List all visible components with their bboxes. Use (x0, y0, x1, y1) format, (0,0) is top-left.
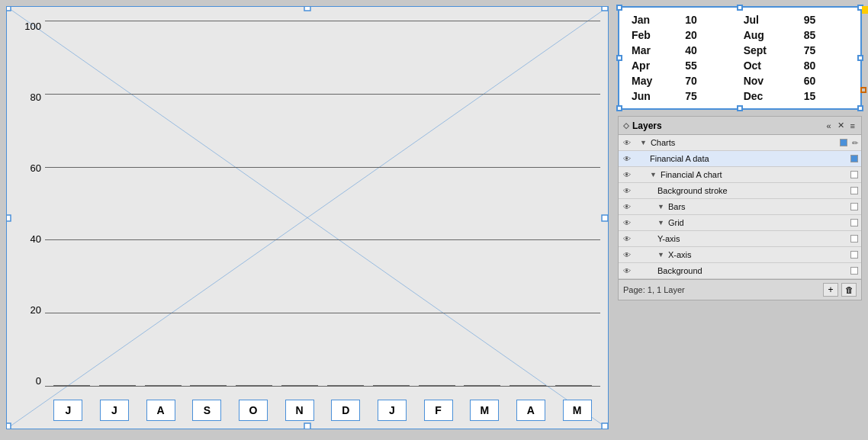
resize-handle-lm[interactable] (616, 55, 622, 61)
collapse-triangle-icon[interactable]: ▼ (650, 171, 657, 178)
svg-rect-7 (304, 423, 310, 429)
layer-visibility-checkbox[interactable] (850, 187, 858, 194)
eye-icon[interactable]: 👁 (622, 201, 632, 212)
eye-icon[interactable]: 👁 (622, 233, 632, 244)
table-cell-value: 10 (680, 12, 734, 27)
layers-diamond-icon: ◇ (623, 121, 629, 130)
layer-item-label: Bars (668, 202, 848, 211)
table-cell-value: 20 (680, 27, 734, 43)
table-cell-month: Apr (627, 58, 680, 73)
resize-handle-br[interactable] (857, 105, 863, 111)
layer-visibility-checkbox[interactable] (850, 235, 858, 242)
layers-title: ◇ Layers (623, 120, 662, 131)
layer-row-financial-a-chart[interactable]: 👁▼Financial A chart (619, 167, 861, 183)
delete-layer-button[interactable]: 🗑 (841, 283, 857, 297)
layer-row-background[interactable]: 👁Background (619, 263, 861, 279)
bar-group (95, 385, 140, 387)
x-axis-label-box: A (146, 400, 175, 421)
bar (327, 385, 364, 387)
table-cell-value: 60 (799, 73, 853, 88)
layer-row-bars[interactable]: 👁▼Bars (619, 199, 861, 215)
financial-data-table: Jan 10 Jul 95 Feb 20 Aug 85 Mar 40 Sept … (627, 12, 853, 104)
layer-item-label: X-axis (668, 250, 848, 259)
table-cell-value: 70 (680, 73, 734, 88)
x-axis-label-box: J (378, 400, 407, 421)
eye-icon[interactable]: 👁 (622, 169, 632, 180)
collapse-triangle-icon[interactable]: ▼ (657, 203, 664, 210)
chart-canvas[interactable]: 100 80 60 40 20 0 JJASONDJFMAM (6, 6, 609, 429)
eye-icon[interactable]: 👁 (622, 265, 632, 276)
layer-row-x-axis[interactable]: 👁▼X-axis (619, 247, 861, 263)
layer-visibility-checkbox[interactable] (850, 251, 858, 259)
svg-rect-6 (304, 7, 310, 11)
layer-row-charts[interactable]: 👁▼Charts✏ (619, 135, 861, 151)
resize-handle-rm[interactable] (857, 55, 863, 61)
collapse-triangle-icon[interactable]: ▼ (640, 139, 647, 146)
layer-visibility-checkbox[interactable] (850, 267, 858, 275)
x-axis-label-box: J (100, 400, 129, 421)
table-cell-month: Mar (627, 43, 680, 58)
resize-handle-tm[interactable] (737, 5, 743, 11)
bar-group (185, 385, 231, 387)
bar-group (459, 385, 505, 387)
footer-buttons: + 🗑 (823, 283, 857, 297)
x-axis-label-box: D (331, 400, 360, 421)
layer-row-y-axis[interactable]: 👁Y-axis (619, 231, 861, 247)
y-label-40: 40 (31, 233, 41, 245)
eye-icon[interactable]: 👁 (622, 153, 632, 164)
x-axis-label-box: J (53, 400, 82, 421)
table-row: Feb 20 Aug 85 (627, 27, 853, 43)
table-cell-month: May (627, 73, 680, 88)
layer-visibility-checkbox[interactable] (850, 203, 858, 210)
table-cell-value: 75 (799, 43, 853, 58)
resize-handle-tl[interactable] (616, 5, 622, 11)
layers-footer: Page: 1, 1 Layer + 🗑 (619, 279, 861, 300)
layers-collapse-button[interactable]: « (825, 120, 832, 131)
bar (53, 385, 90, 387)
layer-visibility-checkbox[interactable] (850, 171, 858, 178)
svg-rect-4 (7, 423, 11, 429)
x-axis-label-box: S (192, 400, 221, 421)
layer-item-label: Background (657, 266, 848, 275)
eye-icon[interactable]: 👁 (622, 185, 632, 196)
layers-footer-text: Page: 1, 1 Layer (623, 285, 685, 294)
bar (373, 385, 410, 387)
eye-icon[interactable]: 👁 (622, 137, 632, 148)
bar (145, 385, 182, 387)
layer-row-grid[interactable]: 👁▼Grid (619, 215, 861, 231)
layers-menu-button[interactable]: ≡ (849, 120, 857, 131)
table-cell-value: 40 (680, 43, 734, 58)
right-panel: Jan 10 Jul 95 Feb 20 Aug 85 Mar 40 Sept … (618, 6, 862, 300)
eye-icon[interactable]: 👁 (622, 249, 632, 260)
bar (236, 385, 272, 387)
layer-row-financial-a-data[interactable]: 👁Financial A data (619, 151, 861, 167)
edit-icon[interactable]: ✏ (852, 139, 858, 147)
svg-rect-3 (602, 7, 608, 11)
table-cell-value: 15 (799, 88, 853, 104)
collapse-triangle-icon[interactable]: ▼ (657, 251, 664, 259)
resize-handle-bm[interactable] (737, 105, 743, 111)
layer-row-background-stroke[interactable]: 👁Background stroke (619, 183, 861, 199)
collapse-triangle-icon[interactable]: ▼ (657, 219, 664, 226)
layer-visibility-checkbox[interactable] (850, 219, 858, 226)
layers-close-button[interactable]: ✕ (836, 120, 846, 131)
y-label-80: 80 (31, 92, 41, 103)
bar-group (277, 385, 323, 387)
resize-handle-bl[interactable] (616, 105, 622, 111)
table-row: Jan 10 Jul 95 (627, 12, 853, 27)
layer-item-label: Background stroke (657, 186, 848, 195)
y-label-60: 60 (31, 162, 41, 174)
add-layer-button[interactable]: + (823, 283, 838, 297)
x-axis-label-box: M (470, 400, 499, 421)
y-label-100: 100 (24, 21, 41, 32)
bar (281, 385, 318, 387)
layers-header: ◇ Layers « ✕ ≡ (619, 117, 861, 135)
eye-icon[interactable]: 👁 (622, 217, 632, 228)
table-row: Mar 40 Sept 75 (627, 43, 853, 58)
layers-panel: ◇ Layers « ✕ ≡ 👁▼Charts✏👁Financial A dat… (618, 116, 862, 300)
table-cell-month: Oct (735, 58, 799, 73)
layer-color-indicator (840, 139, 847, 146)
table-cell-value: 55 (680, 58, 734, 73)
layer-item-label: Financial A chart (661, 170, 848, 179)
table-cell-month: Nov (735, 73, 799, 88)
